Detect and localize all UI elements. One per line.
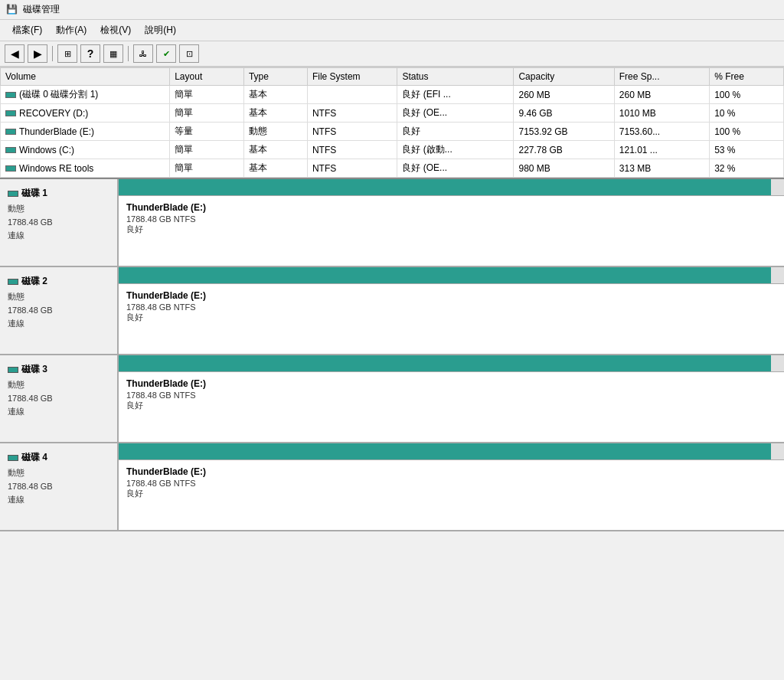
- volume-table-section: Volume Layout Type File System Status Ca…: [0, 67, 784, 179]
- cell-volume: Windows RE tools: [1, 159, 170, 178]
- disk-status: 連線: [8, 318, 109, 329]
- cell-type: 基本: [243, 104, 307, 123]
- partition-info1: 1788.48 GB NTFS: [126, 302, 776, 312]
- volume-icon: [5, 92, 16, 98]
- table-header-row: Volume Layout Type File System Status Ca…: [1, 68, 784, 86]
- menu-view[interactable]: 檢視(V): [94, 22, 137, 38]
- cell-percentFree: 10 %: [710, 104, 784, 123]
- panel-button[interactable]: ⊡: [179, 44, 199, 63]
- col-freespace: Free Sp...: [614, 68, 709, 86]
- disk-icon: [8, 279, 18, 285]
- col-layout: Layout: [170, 68, 244, 86]
- col-volume: Volume: [1, 68, 170, 86]
- cell-volume: ThunderBlade (E:): [1, 123, 170, 141]
- disk-partition[interactable]: ThunderBlade (E:)1788.48 GB NTFS良好: [119, 460, 784, 530]
- menu-action[interactable]: 動作(A): [50, 22, 93, 38]
- grid-button[interactable]: ⊞: [57, 44, 77, 63]
- disk-type: 動態: [8, 379, 109, 391]
- partition-info2: 良好: [126, 400, 776, 411]
- disk-bar-fill: [119, 355, 771, 371]
- col-percentfree: % Free: [710, 68, 784, 86]
- partition-title: ThunderBlade (E:): [126, 202, 776, 213]
- disk-icon: [8, 455, 18, 461]
- partition-title: ThunderBlade (E:): [126, 378, 776, 389]
- cell-type: 基本: [243, 141, 307, 159]
- disk-label: 磁碟 2動態1788.48 GB連線: [0, 267, 119, 354]
- disk-status: 連線: [8, 494, 109, 505]
- disk-content: ThunderBlade (E:)1788.48 GB NTFS良好: [119, 443, 784, 530]
- volume-icon: [5, 165, 16, 172]
- partition-info2: 良好: [126, 312, 776, 323]
- partition-info1: 1788.48 GB NTFS: [126, 479, 776, 488]
- disk-label: 磁碟 3動態1788.48 GB連線: [0, 355, 119, 442]
- disk-label: 磁碟 4動態1788.48 GB連線: [0, 443, 119, 530]
- title-bar: 💾 磁碟管理: [0, 0, 784, 20]
- cell-percentFree: 32 %: [710, 159, 784, 178]
- disk-type: 動態: [8, 467, 109, 479]
- disk-status: 連線: [8, 230, 109, 241]
- disk-name: 磁碟 3: [21, 363, 47, 376]
- cell-percentFree: 100 %: [710, 123, 784, 141]
- cell-type: 基本: [243, 159, 307, 178]
- disk-bar-container: [119, 179, 784, 196]
- volume-icon: [5, 129, 16, 135]
- back-button[interactable]: ◀: [5, 44, 24, 63]
- disk-panels: 磁碟 1動態1788.48 GB連線ThunderBlade (E:)1788.…: [0, 179, 784, 680]
- check-button[interactable]: ✔: [156, 44, 176, 63]
- forward-button[interactable]: ▶: [28, 44, 47, 63]
- cell-freeSpace: 121.01 ...: [614, 141, 709, 159]
- table-row[interactable]: Windows RE tools簡單基本NTFS良好 (OE...980 MB3…: [1, 159, 784, 178]
- table-row[interactable]: RECOVERY (D:)簡單基本NTFS良好 (OE...9.46 GB101…: [1, 104, 784, 123]
- menu-file[interactable]: 檔案(F): [6, 22, 48, 38]
- cell-capacity: 9.46 GB: [514, 104, 614, 123]
- menu-help[interactable]: 說明(H): [139, 22, 182, 38]
- disk-size: 1788.48 GB: [8, 482, 109, 491]
- disk-content: ThunderBlade (E:)1788.48 GB NTFS良好: [119, 179, 784, 266]
- table-row[interactable]: (磁碟 0 磁碟分割 1)簡單基本良好 (EFI ...260 MB260 MB…: [1, 86, 784, 104]
- col-type: Type: [243, 68, 307, 86]
- cell-status: 良好 (EFI ...: [397, 86, 514, 104]
- disk-partition[interactable]: ThunderBlade (E:)1788.48 GB NTFS良好: [119, 196, 784, 266]
- col-filesystem: File System: [307, 68, 397, 86]
- help-button[interactable]: ?: [80, 44, 100, 63]
- disk-bar-container: [119, 267, 784, 284]
- disk-bar-container: [119, 355, 784, 372]
- disk-content: ThunderBlade (E:)1788.48 GB NTFS良好: [119, 355, 784, 442]
- cell-layout: 簡單: [170, 104, 244, 123]
- disk-size: 1788.48 GB: [8, 217, 109, 227]
- cell-freeSpace: 1010 MB: [614, 104, 709, 123]
- disk-label-title: 磁碟 4: [8, 451, 109, 464]
- disk-row: 磁碟 3動態1788.48 GB連線ThunderBlade (E:)1788.…: [0, 355, 784, 443]
- cell-volume: Windows (C:): [1, 141, 170, 159]
- disk-name: 磁碟 4: [21, 451, 47, 464]
- cell-layout: 等量: [170, 123, 244, 141]
- disk-label-title: 磁碟 2: [8, 275, 109, 288]
- disk-bar-container: [119, 443, 784, 460]
- disk-name: 磁碟 1: [21, 187, 47, 200]
- disk-row: 磁碟 1動態1788.48 GB連線ThunderBlade (E:)1788.…: [0, 179, 784, 267]
- app-icon: 💾: [6, 4, 18, 16]
- table-row[interactable]: Windows (C:)簡單基本NTFS良好 (啟動...227.78 GB12…: [1, 141, 784, 159]
- disk-type: 動態: [8, 203, 109, 214]
- cell-layout: 簡單: [170, 86, 244, 104]
- disk-label-title: 磁碟 1: [8, 187, 109, 200]
- disk-icon: [8, 367, 18, 373]
- toolbar-sep-2: [128, 46, 129, 61]
- table-row[interactable]: ThunderBlade (E:)等量動態NTFS良好7153.92 GB715…: [1, 123, 784, 141]
- view2-button[interactable]: ▦: [103, 44, 123, 63]
- disk-partition[interactable]: ThunderBlade (E:)1788.48 GB NTFS良好: [119, 372, 784, 442]
- partition-info1: 1788.48 GB NTFS: [126, 391, 776, 400]
- network-button[interactable]: 🖧: [133, 44, 153, 63]
- cell-freeSpace: 313 MB: [614, 159, 709, 178]
- cell-status: 良好 (OE...: [397, 159, 514, 178]
- disk-content: ThunderBlade (E:)1788.48 GB NTFS良好: [119, 267, 784, 354]
- disk-partition[interactable]: ThunderBlade (E:)1788.48 GB NTFS良好: [119, 284, 784, 354]
- col-status: Status: [397, 68, 514, 86]
- toolbar-sep-1: [52, 46, 53, 61]
- volume-icon: [5, 110, 16, 116]
- cell-freeSpace: 7153.60...: [614, 123, 709, 141]
- disk-name: 磁碟 2: [21, 275, 47, 288]
- disk-bar-fill: [119, 443, 771, 459]
- disk-row: 磁碟 4動態1788.48 GB連線ThunderBlade (E:)1788.…: [0, 443, 784, 531]
- cell-status: 良好: [397, 123, 514, 141]
